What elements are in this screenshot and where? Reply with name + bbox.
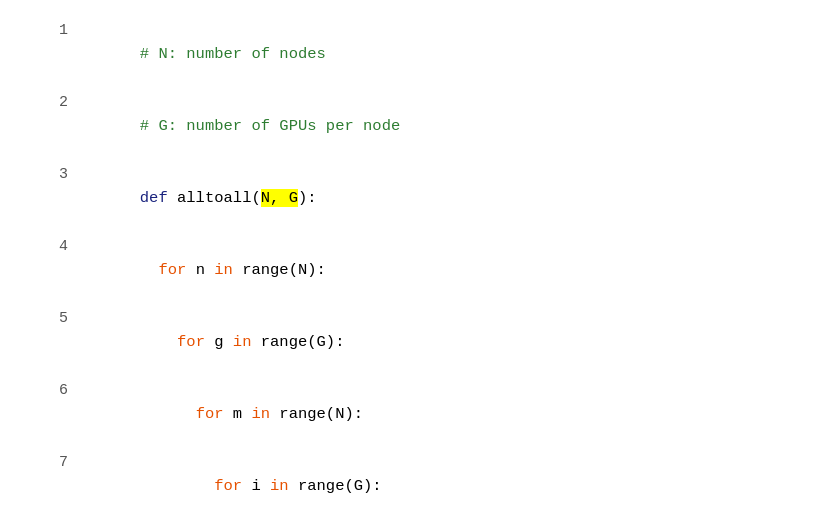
line-num-1: 1	[40, 19, 68, 42]
code-content-6: for m in range(N):	[84, 378, 363, 450]
code-content-2: # G: number of GPUs per node	[84, 90, 400, 162]
code-line-6: 6 for m in range(N):	[40, 378, 778, 450]
code-content-3: def alltoall(N, G):	[84, 162, 317, 234]
code-block: 1 # N: number of nodes 2 # G: number of …	[40, 18, 778, 507]
code-line-4: 4 for n in range(N):	[40, 234, 778, 306]
code-line-2: 2 # G: number of GPUs per node	[40, 90, 778, 162]
line-num-5: 5	[40, 307, 68, 330]
line-num-3: 3	[40, 163, 68, 186]
code-line-7: 7 for i in range(G):	[40, 450, 778, 507]
line-num-2: 2	[40, 91, 68, 114]
code-content-7: for i in range(G):	[84, 450, 382, 507]
code-line-1: 1 # N: number of nodes	[40, 18, 778, 90]
line-num-7: 7	[40, 451, 68, 474]
line-num-4: 4	[40, 235, 68, 258]
code-content-1: # N: number of nodes	[84, 18, 326, 90]
code-line-3: 3 def alltoall(N, G):	[40, 162, 778, 234]
code-content-4: for n in range(N):	[84, 234, 326, 306]
code-content-5: for g in range(G):	[84, 306, 344, 378]
line-num-6: 6	[40, 379, 68, 402]
code-line-5: 5 for g in range(G):	[40, 306, 778, 378]
